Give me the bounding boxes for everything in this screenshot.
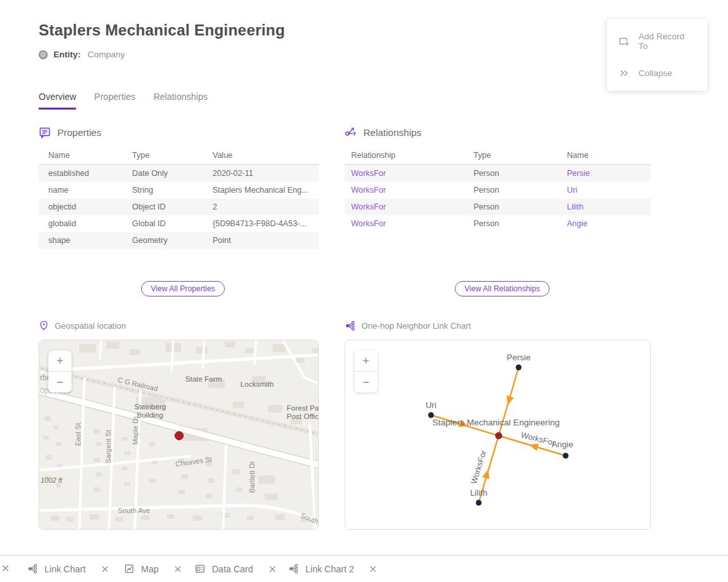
linkchart-zoom-out-button[interactable]: −: [354, 372, 378, 393]
close-icon[interactable]: [174, 565, 182, 573]
map-canvas[interactable]: rbour opaedics C G Railroad State Farm L…: [39, 340, 319, 530]
linkchart-zoom-control: + −: [354, 351, 378, 393]
svg-text:Uri: Uri: [426, 400, 437, 410]
tab-bar: Overview Properties Relationships: [39, 92, 225, 110]
tab-properties[interactable]: Properties: [94, 92, 135, 110]
properties-icon: [39, 126, 51, 139]
linkchart-section-title: One-hop Neighbor Link Chart: [361, 321, 471, 331]
linkchart-panel[interactable]: + − WorksFor WorksFor: [345, 340, 651, 530]
svg-text:State Farm: State Farm: [186, 375, 222, 383]
table-row: shape Geometry Point: [39, 232, 319, 249]
prop-value: Point: [203, 236, 319, 245]
table-row: WorksFor Person Lilith: [345, 199, 651, 215]
node-lilith[interactable]: [476, 500, 482, 506]
svg-text:Forest Par: Forest Par: [287, 404, 319, 412]
bottom-tab-label: Map: [141, 564, 158, 574]
svg-text:Post Offic: Post Offic: [287, 412, 319, 420]
menu-item-label: Add Record To: [638, 32, 696, 51]
data-card-page: Staplers Mechanical Engineering Entity: …: [0, 0, 728, 582]
column-header: Name: [39, 151, 122, 160]
linkchart-section-header: One-hop Neighbor Link Chart: [345, 320, 471, 331]
relationship-type: Person: [467, 202, 560, 211]
properties-section-header: Properties: [39, 126, 101, 139]
map-zoom-in-button[interactable]: +: [48, 351, 72, 371]
relationships-table: Relationship Type Name WorksFor Person P…: [345, 146, 651, 232]
link-chart-icon: [27, 563, 38, 574]
prop-type: Date Only: [122, 169, 203, 178]
close-icon[interactable]: [369, 565, 377, 573]
relationship-type: Person: [467, 219, 560, 228]
add-record-icon: [618, 36, 629, 47]
bottom-tab-link-chart[interactable]: Link Chart: [27, 556, 109, 582]
table-row: established Date Only 2020-02-11: [39, 165, 319, 182]
properties-table-header: Name Type Value: [39, 146, 319, 165]
bottom-tab-data-card[interactable]: Data Card: [195, 556, 276, 582]
map-panel[interactable]: + −: [39, 340, 319, 530]
svg-text:East St: East St: [74, 423, 82, 445]
linkchart-canvas[interactable]: WorksFor WorksFor Persie Uri Angie Lilit…: [345, 340, 650, 529]
close-icon[interactable]: [269, 565, 276, 573]
prop-type: Global ID: [122, 219, 203, 228]
data-card-icon: [195, 563, 206, 574]
svg-text:Lilith: Lilith: [470, 488, 488, 498]
geospatial-section-title: Geospatial location: [55, 321, 126, 331]
close-icon[interactable]: [1, 563, 10, 575]
bottom-tab-label: Link Chart 2: [305, 564, 354, 574]
relationship-link[interactable]: WorksFor: [345, 169, 467, 178]
prop-name: established: [39, 169, 122, 178]
entity-link[interactable]: Persie: [560, 169, 651, 178]
view-all-relationships-button[interactable]: View All Relationships: [455, 281, 550, 296]
entity-type-icon: [39, 50, 48, 59]
map-point-marker[interactable]: [175, 432, 184, 440]
map-icon: [124, 563, 135, 574]
prop-name: name: [39, 186, 122, 195]
tab-relationships[interactable]: Relationships: [153, 92, 207, 110]
menu-item-add-record-to[interactable]: Add Record To: [607, 23, 707, 59]
svg-text:Steinberg: Steinberg: [134, 403, 166, 411]
entity-link[interactable]: Uri: [560, 186, 651, 195]
view-all-properties-button[interactable]: View All Properties: [141, 281, 225, 296]
table-row: WorksFor Person Uri: [345, 182, 651, 199]
prop-name: objectid: [39, 202, 122, 211]
table-row: objectid Object ID 2: [39, 199, 319, 215]
svg-text:South Ave: South Ave: [118, 507, 150, 514]
node-labels: Persie Uri Angie Lilith Staplers Mechani…: [426, 353, 573, 498]
map-scale-label: 1002 ft: [41, 476, 63, 484]
center-node-label: Staplers Mechanical Engineering: [432, 418, 559, 427]
entity-row: Entity: Company: [39, 50, 125, 59]
entity-link[interactable]: Angie: [560, 219, 651, 228]
node-persie[interactable]: [516, 365, 522, 371]
prop-value: 2020-02-11: [203, 169, 319, 178]
collapse-icon: [618, 68, 629, 79]
node-center-company[interactable]: [495, 432, 502, 439]
tab-overview[interactable]: Overview: [39, 92, 76, 110]
page-title: Staplers Mechanical Engineering: [39, 21, 285, 39]
bottom-tab-bar: Link Chart Map Data Card: [0, 555, 728, 582]
relationship-link[interactable]: WorksFor: [345, 219, 467, 228]
table-row: name String Staplers Mechanical Eng...: [39, 182, 319, 199]
relationship-link[interactable]: WorksFor: [345, 186, 467, 195]
relationships-section-header: Relationships: [345, 126, 421, 139]
properties-table: Name Type Value established Date Only 20…: [39, 146, 319, 249]
properties-section-title: Properties: [57, 127, 101, 138]
relationship-link[interactable]: WorksFor: [345, 202, 467, 211]
link-chart-icon: [345, 320, 356, 331]
bottom-tab-map[interactable]: Map: [124, 556, 182, 582]
menu-item-collapse[interactable]: Collapse: [607, 59, 707, 87]
svg-text:Bartlett Dr: Bartlett Dr: [248, 461, 256, 493]
svg-text:Locksmith: Locksmith: [240, 380, 274, 388]
relationships-section-title: Relationships: [363, 127, 421, 138]
svg-text:Persie: Persie: [507, 353, 531, 362]
column-header: Type: [467, 151, 560, 160]
prop-value: {5D9B4713-F98D-4A53-...: [203, 219, 319, 228]
node-angie[interactable]: [563, 453, 569, 459]
prop-name: shape: [39, 236, 122, 245]
location-pin-icon: [39, 320, 49, 331]
map-zoom-out-button[interactable]: −: [48, 372, 72, 393]
close-icon[interactable]: [101, 565, 109, 573]
linkchart-zoom-in-button[interactable]: +: [354, 351, 378, 371]
bottom-tab-link-chart-2[interactable]: Link Chart 2: [288, 556, 377, 582]
entity-link[interactable]: Lilith: [560, 202, 651, 211]
prop-value: 2: [203, 202, 319, 211]
svg-text:Maple Dr: Maple Dr: [131, 416, 139, 445]
